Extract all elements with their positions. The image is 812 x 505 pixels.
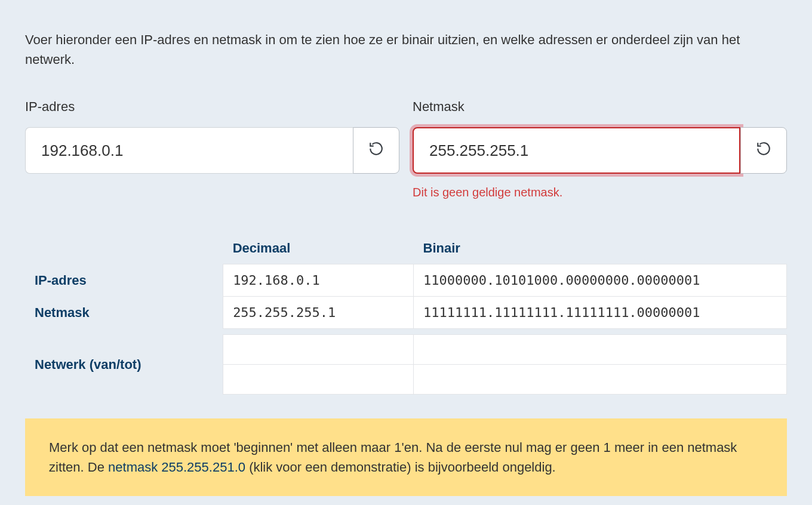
row-netmask-binary: 11111111.11111111.11111111.00000001 [414,297,787,329]
netmask-error: Dit is geen geldige netmask. [413,183,787,201]
reset-icon [756,141,771,160]
row-range-to-decimal [223,365,414,395]
row-netmask-decimal: 255.255.255.1 [223,297,414,329]
results-table: Decimaal Binair IP-adres 192.168.0.1 110… [25,232,787,395]
col-binary: Binair [414,232,787,264]
fields: IP-adres Netmask Dit is g [25,97,787,201]
note-post: (klik voor een demonstratie) is bijvoorb… [249,460,556,475]
reset-icon [368,141,384,160]
ip-field: IP-adres [25,97,399,201]
netmask-label: Netmask [413,97,787,116]
row-range-label: Netwerk (van/tot) [25,335,223,395]
page: Voer hieronder een IP-adres en netmask i… [0,0,812,505]
row-range-to-binary [414,365,787,395]
row-ip-binary: 11000000.10101000.00000000.00000001 [414,264,787,297]
ip-reset-button[interactable] [353,127,399,174]
row-ip-label: IP-adres [25,264,223,297]
netmask-input-row [413,127,787,174]
table-row: Netwerk (van/tot) [25,335,787,365]
table-row: Netmask 255.255.255.1 11111111.11111111.… [25,297,787,329]
netmask-reset-button[interactable] [740,127,787,174]
netmask-input[interactable] [413,127,740,174]
note-demo-link[interactable]: netmask 255.255.251.0 [108,460,245,475]
row-ip-decimal: 192.168.0.1 [223,264,414,297]
row-range-from-decimal [223,335,414,365]
ip-label: IP-adres [25,97,399,116]
row-netmask-label: Netmask [25,297,223,329]
ip-input[interactable] [25,127,353,174]
table-row: IP-adres 192.168.0.1 11000000.10101000.0… [25,264,787,297]
row-range-from-binary [414,335,787,365]
col-decimal: Decimaal [223,232,414,264]
ip-input-row [25,127,399,174]
netmask-field: Netmask Dit is geen geldige netmask. [413,97,787,201]
intro-text: Voer hieronder een IP-adres en netmask i… [25,30,787,69]
info-note: Merk op dat een netmask moet 'beginnen' … [25,418,787,496]
table-corner [25,232,223,264]
